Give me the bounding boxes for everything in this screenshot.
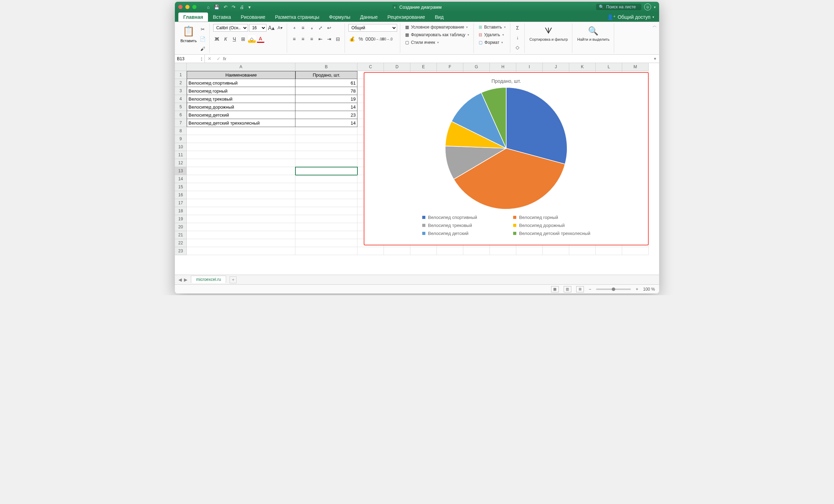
format-painter-icon[interactable]: 🖌 <box>199 45 207 53</box>
redo-icon[interactable]: ↷ <box>232 5 235 10</box>
wrap-text-icon[interactable]: ↩ <box>325 24 333 32</box>
cell[interactable] <box>410 247 437 255</box>
cell[interactable] <box>187 151 295 159</box>
sheet-tab[interactable]: microexcel.ru <box>191 276 226 283</box>
cell[interactable]: Велосипед горный <box>187 87 295 95</box>
cell[interactable] <box>516 247 543 255</box>
font-color-icon[interactable]: А <box>257 35 264 43</box>
save-icon[interactable]: 💾 <box>214 5 219 10</box>
tab-home[interactable]: Главная <box>178 13 208 22</box>
cell[interactable] <box>187 143 295 151</box>
worksheet-grid[interactable]: ABCDEFGHIJKLM1НаименованиеПродано, шт.2В… <box>175 63 659 275</box>
row-header[interactable]: 7 <box>175 119 187 127</box>
align-right-icon[interactable]: ≡ <box>308 35 316 43</box>
cell[interactable] <box>187 247 295 255</box>
column-header[interactable]: H <box>490 63 516 71</box>
row-header[interactable]: 20 <box>175 223 187 231</box>
user-account-icon[interactable]: ☺ <box>644 3 651 10</box>
home-icon[interactable]: ⌂ <box>207 5 210 10</box>
cell[interactable] <box>295 167 357 175</box>
cell[interactable]: 19 <box>295 95 357 103</box>
cell[interactable] <box>295 135 357 143</box>
currency-icon[interactable]: 💰 <box>348 35 356 43</box>
tab-view[interactable]: Вид <box>430 13 448 22</box>
cell[interactable] <box>187 183 295 191</box>
cell[interactable]: 78 <box>295 87 357 95</box>
cell[interactable]: 23 <box>295 111 357 119</box>
row-header[interactable]: 10 <box>175 143 187 151</box>
increase-decimal-icon[interactable]: .0→.00 <box>374 35 382 43</box>
cell[interactable]: Велосипед дорожный <box>187 103 295 111</box>
cell[interactable]: 14 <box>295 119 357 127</box>
tab-review[interactable]: Рецензирование <box>383 13 430 22</box>
cell[interactable] <box>543 247 569 255</box>
cell[interactable] <box>622 247 649 255</box>
qat-dropdown-icon[interactable]: ▾ <box>248 5 251 10</box>
cell[interactable] <box>187 223 295 231</box>
zoom-in-icon[interactable]: + <box>636 287 638 292</box>
user-dropdown-icon[interactable]: ▾ <box>654 5 656 9</box>
cell[interactable] <box>187 231 295 239</box>
normal-view-icon[interactable]: ▦ <box>551 286 559 292</box>
percent-icon[interactable]: % <box>357 35 365 43</box>
row-header[interactable]: 16 <box>175 191 187 199</box>
copy-icon[interactable]: 📄 <box>199 35 207 43</box>
column-header[interactable]: I <box>516 63 543 71</box>
row-header[interactable]: 19 <box>175 215 187 223</box>
zoom-level[interactable]: 100 % <box>643 287 655 292</box>
cell[interactable] <box>437 247 463 255</box>
row-header[interactable]: 9 <box>175 135 187 143</box>
chart-object[interactable]: Продано, шт. Велосипед спортивныйВелосип… <box>364 72 649 245</box>
name-box[interactable]: B13 ▴▾ <box>175 55 205 63</box>
column-header[interactable]: F <box>437 63 463 71</box>
format-as-table-button[interactable]: ▦Форматировать как таблицу▾ <box>404 32 471 38</box>
fill-icon[interactable]: ↓ <box>514 34 522 41</box>
cell[interactable]: 61 <box>295 79 357 87</box>
tab-layout[interactable]: Разметка страницы <box>270 13 324 22</box>
cell[interactable] <box>187 191 295 199</box>
column-header[interactable]: B <box>295 63 357 71</box>
column-header[interactable]: C <box>357 63 384 71</box>
page-break-view-icon[interactable]: ⊞ <box>576 286 584 292</box>
cell[interactable] <box>187 167 295 175</box>
row-header[interactable]: 12 <box>175 159 187 167</box>
row-header[interactable]: 22 <box>175 239 187 247</box>
merge-icon[interactable]: ⊟ <box>334 35 342 43</box>
fx-icon[interactable]: fx <box>223 56 233 61</box>
collapse-ribbon-icon[interactable]: ︿ <box>652 23 657 29</box>
print-icon[interactable]: 🖨 <box>240 5 244 10</box>
cell[interactable] <box>569 247 596 255</box>
row-header[interactable]: 4 <box>175 95 187 103</box>
align-top-icon[interactable]: ⍏ <box>291 24 298 32</box>
column-header[interactable]: K <box>569 63 596 71</box>
underline-button[interactable]: Ч <box>231 35 238 43</box>
column-header[interactable]: G <box>463 63 490 71</box>
column-header[interactable]: A <box>187 63 295 71</box>
page-layout-view-icon[interactable]: ▥ <box>564 286 571 292</box>
cell[interactable]: Велосипед трековый <box>187 95 295 103</box>
tab-data[interactable]: Данные <box>355 13 383 22</box>
tab-formulas[interactable]: Формулы <box>324 13 355 22</box>
row-header[interactable]: 17 <box>175 199 187 207</box>
column-header[interactable]: M <box>622 63 649 71</box>
comma-icon[interactable]: 000 <box>366 35 373 43</box>
minimize-window-button[interactable] <box>185 5 190 9</box>
cell[interactable] <box>384 247 410 255</box>
zoom-out-icon[interactable]: − <box>589 287 591 292</box>
paste-icon[interactable]: 📋 <box>183 24 194 38</box>
cell[interactable] <box>490 247 516 255</box>
cell[interactable] <box>295 239 357 247</box>
cell[interactable] <box>187 135 295 143</box>
search-input[interactable]: 🔍 Поиск на листе <box>596 4 641 10</box>
column-header[interactable]: D <box>384 63 410 71</box>
row-header[interactable]: 5 <box>175 103 187 111</box>
number-format-select[interactable]: Общий <box>348 24 397 32</box>
border-icon[interactable]: ⊞ <box>239 35 247 43</box>
row-header[interactable]: 3 <box>175 87 187 95</box>
cell[interactable] <box>187 207 295 215</box>
cell[interactable] <box>295 159 357 167</box>
row-header[interactable]: 6 <box>175 111 187 119</box>
row-header[interactable]: 1 <box>175 71 187 79</box>
cell[interactable]: Велосипед детский трехколесный <box>187 119 295 127</box>
accept-formula-icon[interactable]: ✓ <box>214 56 223 61</box>
